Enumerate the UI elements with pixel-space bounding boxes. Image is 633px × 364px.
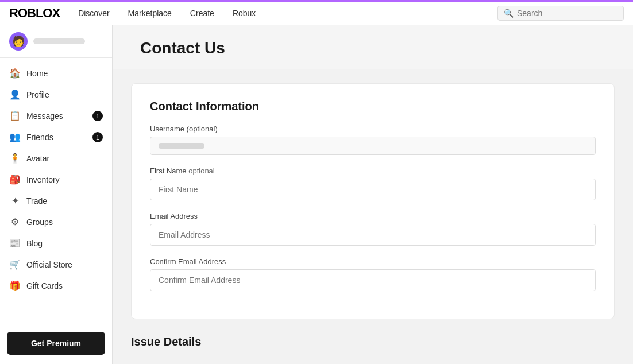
roblox-logo[interactable]: ROBLOX xyxy=(9,6,60,21)
search-box: 🔍 xyxy=(497,6,624,21)
sidebar-label-blog: Blog xyxy=(26,239,43,248)
inventory-icon: 🎒 xyxy=(9,174,21,185)
field-group-email: Email Address xyxy=(150,212,596,246)
friends-icon: 👥 xyxy=(9,131,21,142)
page-title: Contact Us xyxy=(140,39,605,57)
trade-icon: ✦ xyxy=(9,195,21,206)
sidebar-item-home[interactable]: 🏠 Home xyxy=(0,63,112,84)
sidebar-item-messages[interactable]: 📋 Messages 1 xyxy=(0,105,112,126)
first-name-input[interactable] xyxy=(150,179,596,200)
first-name-label: First Name optional xyxy=(150,166,596,175)
sidebar-label-gift-cards: Gift Cards xyxy=(26,281,63,291)
field-group-first-name: First Name optional xyxy=(150,166,596,200)
gift-cards-icon: 🎁 xyxy=(9,280,21,291)
get-premium-button[interactable]: Get Premium xyxy=(7,332,105,355)
field-group-confirm-email: Confirm Email Address xyxy=(150,257,596,291)
search-icon: 🔍 xyxy=(504,9,514,18)
sidebar-item-gift-cards[interactable]: 🎁 Gift Cards xyxy=(0,275,112,296)
sidebar-label-messages: Messages xyxy=(26,111,63,121)
first-name-label-text: First Name xyxy=(150,166,187,175)
sidebar-item-avatar[interactable]: 🧍 Avatar xyxy=(0,148,112,169)
confirm-email-label: Confirm Email Address xyxy=(150,257,596,266)
username-placeholder-bar xyxy=(159,143,204,149)
page-layout: 🧑 🏠 Home 👤 Profile 📋 Messages 1 👥 Friend… xyxy=(0,25,633,364)
username-bar xyxy=(33,38,85,44)
avatar-face: 🧑 xyxy=(12,35,25,48)
groups-icon: ⚙ xyxy=(9,216,21,227)
contact-info-title: Contact Information xyxy=(150,100,596,113)
nav-links: Discover Marketplace Create Robux xyxy=(78,9,497,18)
field-group-username: Username (optional) xyxy=(150,125,596,155)
sidebar-item-groups[interactable]: ⚙ Groups xyxy=(0,211,112,233)
sidebar-label-groups: Groups xyxy=(26,218,53,227)
contact-info-section: Contact Information Username (optional) … xyxy=(131,83,615,319)
sidebar-label-official-store: Official Store xyxy=(26,260,72,269)
messages-badge: 1 xyxy=(92,111,103,121)
nav-create[interactable]: Create xyxy=(190,9,214,18)
sidebar-label-home: Home xyxy=(26,69,48,78)
sidebar-label-friends: Friends xyxy=(26,133,53,142)
email-label: Email Address xyxy=(150,212,596,220)
nav-robux[interactable]: Robux xyxy=(233,9,256,18)
user-row[interactable]: 🧑 xyxy=(0,25,112,58)
sidebar-label-avatar: Avatar xyxy=(26,154,49,163)
nav-marketplace[interactable]: Marketplace xyxy=(128,9,172,18)
sidebar-item-profile[interactable]: 👤 Profile xyxy=(0,84,112,105)
username-label: Username (optional) xyxy=(150,125,596,133)
top-navigation: ROBLOX Discover Marketplace Create Robux… xyxy=(0,0,633,25)
page-header: Contact Us xyxy=(113,25,633,69)
sidebar-item-friends[interactable]: 👥 Friends 1 xyxy=(0,126,112,148)
username-display xyxy=(150,137,596,155)
home-icon: 🏠 xyxy=(9,68,21,79)
sidebar-label-inventory: Inventory xyxy=(26,175,60,184)
sidebar-nav: 🏠 Home 👤 Profile 📋 Messages 1 👥 Friends … xyxy=(0,58,112,327)
sidebar-label-profile: Profile xyxy=(26,90,49,99)
issue-details-title: Issue Details xyxy=(131,333,615,348)
sidebar-item-blog[interactable]: 📰 Blog xyxy=(0,233,112,254)
first-name-optional: optional xyxy=(188,166,215,175)
sidebar-item-official-store[interactable]: 🛒 Official Store xyxy=(0,254,112,275)
friends-badge: 1 xyxy=(92,132,103,142)
sidebar-item-inventory[interactable]: 🎒 Inventory xyxy=(0,169,112,190)
messages-icon: 📋 xyxy=(9,110,21,121)
main-content: Contact Us Contact Information Username … xyxy=(113,25,633,364)
sidebar: 🧑 🏠 Home 👤 Profile 📋 Messages 1 👥 Friend… xyxy=(0,25,113,364)
nav-discover[interactable]: Discover xyxy=(78,9,109,18)
avatar-icon: 🧍 xyxy=(9,153,21,164)
official-store-icon: 🛒 xyxy=(9,259,21,270)
blog-icon: 📰 xyxy=(9,238,21,249)
profile-icon: 👤 xyxy=(9,89,21,100)
search-input[interactable] xyxy=(517,9,617,18)
sidebar-item-trade[interactable]: ✦ Trade xyxy=(0,190,112,211)
email-input[interactable] xyxy=(150,224,596,246)
confirm-email-input[interactable] xyxy=(150,269,596,291)
sidebar-label-trade: Trade xyxy=(26,196,47,206)
avatar: 🧑 xyxy=(9,32,28,51)
